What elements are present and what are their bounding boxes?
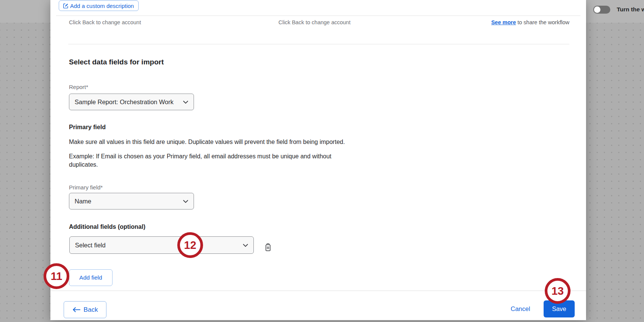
annotation-number: 13 — [552, 285, 564, 297]
chevron-down-icon — [183, 200, 188, 203]
primary-field-dropdown-value: Name — [75, 198, 180, 205]
additional-field-dropdown-value: Select field — [75, 242, 240, 249]
primary-field-description-2: Example: If Email is chosen as your Prim… — [69, 152, 357, 169]
annotation-circle-11: 11 — [44, 263, 69, 289]
additional-fields-heading: Additional fields (optional) — [69, 224, 145, 230]
header-divider — [56, 16, 580, 16]
workflow-toggle-switch[interactable] — [593, 6, 610, 14]
share-workflow-hint: See more to share the workflow — [491, 19, 569, 25]
account-hint-left: Click Back to change account — [69, 19, 141, 25]
report-label: Report* — [69, 84, 88, 90]
chevron-down-icon — [243, 244, 248, 247]
primary-field-description-1: Make sure all values in this field are u… — [69, 138, 345, 146]
annotation-number: 12 — [184, 239, 196, 252]
annotation-circle-13: 13 — [545, 278, 571, 304]
toggle-label: Turn the w — [617, 6, 644, 13]
chevron-down-icon — [183, 100, 188, 104]
annotation-number: 11 — [51, 270, 63, 283]
primary-field-heading: Primary field — [69, 124, 106, 131]
add-custom-description-button[interactable]: Add a custom description — [59, 0, 139, 11]
section-title: Select data fields for import — [69, 58, 164, 66]
delete-field-button[interactable] — [263, 242, 273, 253]
back-label: Back — [84, 306, 98, 314]
footer-divider — [50, 291, 586, 291]
share-workflow-suffix: to share the workflow — [516, 19, 569, 25]
toggle-knob — [594, 6, 600, 13]
back-button[interactable]: Back — [64, 301, 106, 318]
report-dropdown-value: Sample Report: Orchestration Work — [75, 98, 180, 106]
account-hint-middle: Click Back to change account — [278, 19, 350, 25]
import-data-modal: Add a custom description Click Back to c… — [50, 0, 586, 320]
cancel-button[interactable]: Cancel — [511, 305, 530, 313]
report-dropdown[interactable]: Sample Report: Orchestration Work — [69, 94, 194, 110]
section-divider — [68, 44, 569, 44]
arrow-left-icon — [72, 307, 81, 313]
add-field-button[interactable]: Add field — [69, 269, 113, 286]
edit-pencil-icon — [63, 3, 69, 9]
additional-field-dropdown[interactable]: Select field — [69, 236, 254, 254]
annotation-circle-12: 12 — [177, 232, 203, 258]
primary-field-label: Primary field* — [69, 184, 103, 191]
add-field-label: Add field — [79, 274, 102, 281]
primary-field-dropdown[interactable]: Name — [69, 193, 194, 209]
add-custom-description-label: Add a custom description — [70, 3, 134, 9]
save-label: Save — [552, 305, 566, 313]
trash-icon — [264, 242, 272, 252]
see-more-link[interactable]: See more — [491, 19, 516, 25]
